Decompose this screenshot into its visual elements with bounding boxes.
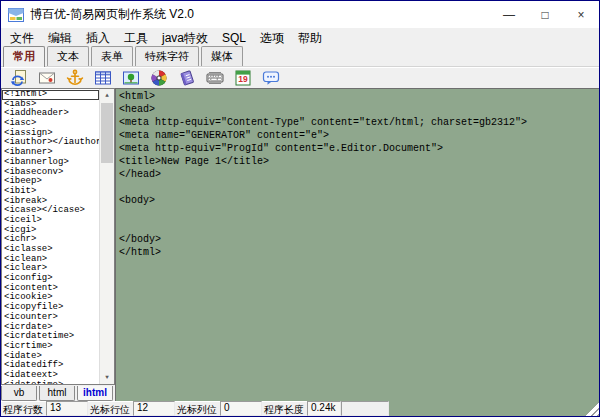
status-bar: 程序行数 13 光标行位 12 光标列位 0 程序长度 0.24k [1, 401, 389, 416]
code-editor[interactable]: <html><head><meta http-equiv="Content-Ty… [115, 88, 599, 416]
menu-item[interactable]: 选项 [253, 28, 291, 49]
address-book-icon [178, 69, 196, 87]
tag-list-scrollbar[interactable]: ▲ ▼ [99, 89, 114, 384]
calendar-icon: 19 [234, 69, 252, 87]
window-controls: — □ × [491, 1, 599, 28]
status-value: 0.24k [307, 401, 341, 416]
hyperlink-icon [10, 69, 28, 87]
status-value: 12 [133, 401, 175, 416]
category-tab[interactable]: 媒体 [201, 46, 243, 66]
code-line [119, 181, 599, 194]
comment-icon [262, 69, 280, 87]
menubar: 文件编辑插入工具java特效SQL选项帮助 [1, 28, 599, 48]
code-line: <meta name="GENERATOR" content="e"> [119, 129, 599, 142]
category-tab-bar: 常用文本表单特殊字符媒体 [1, 48, 599, 67]
menu-item[interactable]: 帮助 [291, 28, 329, 49]
status-label: 光标列位 [175, 401, 220, 416]
code-line: <title>New Page 1</title> [119, 155, 599, 168]
app-logo-icon [8, 7, 24, 23]
code-line [119, 220, 599, 233]
comment-button[interactable] [260, 69, 281, 88]
status-label: 程序长度 [262, 401, 307, 416]
code-line: <html> [119, 90, 599, 103]
status-value: 13 [46, 401, 88, 416]
language-tab[interactable]: vb [1, 386, 37, 401]
anchor-button[interactable] [64, 69, 85, 88]
tag-list-item[interactable]: <idatetime> [2, 381, 99, 384]
color-wheel-icon [150, 69, 168, 87]
svg-text:19: 19 [238, 74, 248, 84]
code-line: <meta http-equiv="ProgId" content="e.Edi… [119, 142, 599, 155]
code-line: <head> [119, 103, 599, 116]
category-tab[interactable]: 表单 [91, 46, 133, 66]
color-wheel-button[interactable] [148, 69, 169, 88]
scroll-up-icon[interactable]: ▲ [100, 89, 114, 102]
status-panel-empty [341, 401, 389, 416]
code-line: </body> [119, 233, 599, 246]
category-tab[interactable]: 常用 [3, 46, 45, 67]
status-panel: 光标行位 12 [88, 401, 175, 416]
calendar-button[interactable]: 19 [232, 69, 253, 88]
code-line: <body> [119, 194, 599, 207]
code-line [119, 207, 599, 220]
image-icon [122, 69, 140, 87]
status-panel: 程序行数 13 [1, 401, 88, 416]
scroll-down-icon[interactable]: ▼ [100, 371, 114, 384]
hyperlink-button[interactable] [8, 69, 29, 88]
maximize-button[interactable]: □ [527, 1, 563, 28]
window-title: 博百优-简易网页制作系统 V2.0 [30, 6, 491, 23]
email-icon [38, 69, 56, 87]
status-panel: 程序长度 0.24k [262, 401, 341, 416]
email-button[interactable] [36, 69, 57, 88]
status-label: 光标行位 [88, 401, 133, 416]
toolbar: 19 [1, 67, 599, 88]
category-tab[interactable]: 特殊字符 [135, 46, 199, 66]
code-line: </head> [119, 168, 599, 181]
status-value: 0 [220, 401, 262, 416]
minimize-button[interactable]: — [491, 1, 527, 28]
tag-list: <!ihtml><iabs><iaddheader><iasc><iassign… [1, 88, 115, 385]
language-tab-bar: vbhtmlihtml [1, 385, 115, 401]
keyboard-icon [206, 69, 224, 87]
category-tab[interactable]: 文本 [47, 46, 89, 66]
status-label: 程序行数 [1, 401, 46, 416]
address-book-button[interactable] [176, 69, 197, 88]
scroll-thumb[interactable] [101, 103, 113, 163]
titlebar: 博百优-简易网页制作系统 V2.0 — □ × [1, 1, 599, 28]
table-icon [94, 69, 112, 87]
sidebar: <!ihtml><iabs><iaddheader><iasc><iassign… [1, 88, 115, 416]
code-line: <meta http-equiv="Content-Type" content=… [119, 116, 599, 129]
image-button[interactable] [120, 69, 141, 88]
app-window: 博百优-简易网页制作系统 V2.0 — □ × 文件编辑插入工具java特效SQ… [0, 0, 600, 417]
close-button[interactable]: × [563, 1, 599, 28]
anchor-icon [66, 69, 84, 87]
main-area: <!ihtml><iabs><iaddheader><iasc><iassign… [1, 88, 599, 416]
language-tab[interactable]: html [39, 386, 75, 401]
status-panel: 光标列位 0 [175, 401, 262, 416]
code-line: </html> [119, 246, 599, 259]
language-tab[interactable]: ihtml [77, 386, 113, 401]
menu-item[interactable]: SQL [215, 29, 253, 47]
keyboard-button[interactable] [204, 69, 225, 88]
table-button[interactable] [92, 69, 113, 88]
